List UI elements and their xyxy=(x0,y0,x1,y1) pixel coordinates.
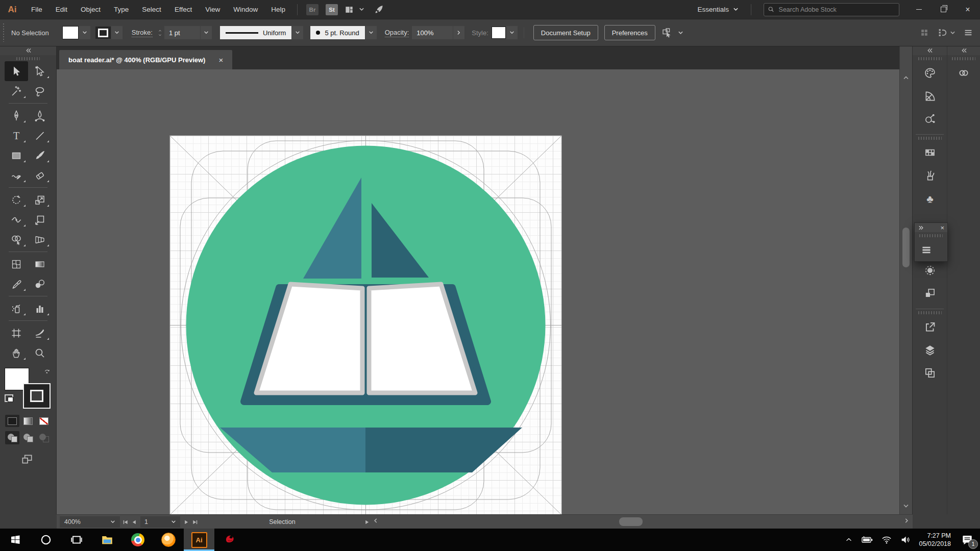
menu-view[interactable]: View xyxy=(199,0,227,19)
previous-artboard-icon[interactable] xyxy=(132,519,137,525)
panel-grip[interactable] xyxy=(952,57,975,60)
stroke-swatch[interactable] xyxy=(23,383,51,409)
style-chevron[interactable] xyxy=(506,26,518,39)
fill-chevron[interactable] xyxy=(79,26,90,39)
artboard-options-icon[interactable] xyxy=(661,27,673,39)
chevron-down-icon[interactable] xyxy=(678,30,683,36)
panel-button-symbols[interactable] xyxy=(918,187,942,210)
panel-button-export[interactable] xyxy=(918,315,942,338)
default-fill-stroke-icon[interactable] xyxy=(5,394,13,402)
tool-column-graph[interactable] xyxy=(28,298,52,318)
tool-free-transform[interactable] xyxy=(28,210,52,230)
stroke-label[interactable]: Stroke: xyxy=(132,29,153,37)
tool-artboard[interactable] xyxy=(5,323,28,343)
artboard[interactable] xyxy=(170,136,561,514)
first-artboard-icon[interactable] xyxy=(123,519,129,525)
preferences-button[interactable]: Preferences xyxy=(604,25,655,40)
scroll-down-icon[interactable] xyxy=(900,503,912,509)
minimize-button[interactable] xyxy=(906,0,931,19)
panel-button-brushes[interactable] xyxy=(918,164,942,187)
stock-button[interactable]: St xyxy=(326,4,338,15)
tool-shaper[interactable] xyxy=(5,165,28,185)
stroke-weight-chevron[interactable] xyxy=(201,26,212,39)
menu-object[interactable]: Object xyxy=(74,0,107,19)
menu-icon[interactable] xyxy=(963,27,974,38)
panel-grip[interactable] xyxy=(919,234,943,237)
collapse-dock-button[interactable] xyxy=(913,46,947,55)
cortana-button[interactable] xyxy=(31,529,61,551)
tool-pen[interactable] xyxy=(5,106,28,126)
menu-type[interactable]: Type xyxy=(107,0,135,19)
battery-icon[interactable] xyxy=(861,534,873,546)
panel-grip[interactable] xyxy=(16,57,40,60)
next-artboard-icon[interactable] xyxy=(183,519,189,525)
menu-file[interactable]: File xyxy=(24,0,49,19)
tool-rotate[interactable] xyxy=(5,190,28,210)
clock[interactable]: 7:27 PM 05/02/2018 xyxy=(919,532,951,548)
tool-selection[interactable] xyxy=(5,61,28,81)
panel-grip[interactable] xyxy=(918,311,942,314)
workspace-switcher[interactable]: Essentials xyxy=(697,6,739,13)
tool-paintbrush[interactable] xyxy=(28,145,52,165)
tool-width[interactable] xyxy=(5,210,28,230)
panel-grip[interactable] xyxy=(918,137,942,140)
panel-dock-control[interactable] xyxy=(937,27,955,38)
vertical-scroll-thumb[interactable] xyxy=(902,228,910,267)
hull-right[interactable] xyxy=(365,428,522,472)
workspace-grid-icon[interactable] xyxy=(919,28,929,38)
none-mode-button[interactable] xyxy=(37,415,51,427)
panel-button-swatches[interactable] xyxy=(918,141,942,164)
tool-mesh[interactable] xyxy=(5,254,28,274)
panel-button-creative-cloud[interactable] xyxy=(952,61,975,84)
step-down-icon[interactable] xyxy=(158,34,162,37)
wifi-icon[interactable] xyxy=(881,534,892,545)
status-options-icon[interactable] xyxy=(364,519,370,525)
file-explorer-button[interactable] xyxy=(92,529,122,551)
panel-button-transparency[interactable] xyxy=(918,259,942,282)
tool-direct-selection[interactable] xyxy=(28,61,52,81)
panel-button-artboards[interactable] xyxy=(918,361,942,384)
tool-eraser[interactable] xyxy=(28,165,52,185)
tool-rectangle[interactable] xyxy=(5,145,28,165)
panel-button-layers[interactable] xyxy=(918,338,942,361)
action-center-button[interactable]: 1 xyxy=(961,533,974,546)
tool-scale[interactable] xyxy=(28,190,52,210)
stroke-chevron[interactable] xyxy=(111,26,122,39)
restore-button[interactable] xyxy=(931,0,955,19)
width-profile-chevron[interactable] xyxy=(292,26,303,39)
brush-definition-chevron[interactable] xyxy=(365,26,377,39)
panel-button-nested-squares[interactable] xyxy=(918,282,942,305)
stroke-weight-field[interactable]: 1 pt xyxy=(164,26,200,39)
artboard-number-dropdown[interactable]: 1 xyxy=(140,516,180,528)
panel-button-stroke-menu[interactable] xyxy=(915,238,938,261)
draw-behind-button[interactable] xyxy=(21,431,35,444)
bridge-button[interactable]: Br xyxy=(306,4,318,15)
horizontal-scrollbar[interactable] xyxy=(370,515,913,529)
opacity-field[interactable]: 100% xyxy=(412,26,453,39)
width-profile-dropdown[interactable]: Uniform xyxy=(220,26,292,39)
tool-shape-builder[interactable] xyxy=(5,230,28,249)
tool-magic-wand[interactable] xyxy=(5,81,28,101)
double-chevron-right-icon[interactable] xyxy=(918,225,925,231)
panel-grip[interactable] xyxy=(918,57,942,60)
fill-color-swatch[interactable] xyxy=(62,26,79,39)
swap-fill-stroke-icon[interactable] xyxy=(43,368,52,376)
menu-select[interactable]: Select xyxy=(135,0,168,19)
zoom-level-dropdown[interactable]: 400% xyxy=(60,516,120,528)
close-button[interactable]: × xyxy=(955,0,980,19)
start-button[interactable] xyxy=(0,529,31,551)
menu-help[interactable]: Help xyxy=(264,0,292,19)
tool-hand[interactable] xyxy=(5,343,28,363)
scroll-up-icon[interactable] xyxy=(900,74,912,81)
menu-effect[interactable]: Effect xyxy=(168,0,199,19)
menu-window[interactable]: Window xyxy=(227,0,264,19)
document-setup-button[interactable]: Document Setup xyxy=(533,25,598,40)
tool-line[interactable] xyxy=(28,126,52,145)
stroke-weight-stepper[interactable] xyxy=(158,29,162,37)
panel-grip[interactable] xyxy=(3,23,4,42)
canvas[interactable] xyxy=(57,69,899,514)
scroll-right-icon[interactable] xyxy=(904,518,910,523)
tool-gradient[interactable] xyxy=(28,254,52,274)
tool-curvature[interactable] xyxy=(28,106,52,126)
screen-mode-button[interactable] xyxy=(20,453,36,466)
